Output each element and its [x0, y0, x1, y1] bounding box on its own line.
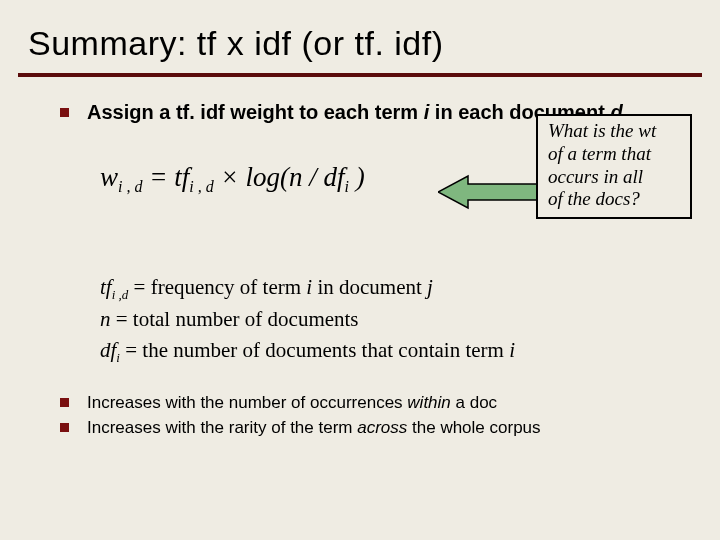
f-slash: /: [302, 162, 323, 192]
lower-bullets: Increases with the number of occurrences…: [60, 391, 682, 441]
callout-l4: of the docs?: [548, 188, 680, 211]
b2-pre: Increases with the rarity of the term: [87, 418, 357, 437]
def-df-i: i: [509, 338, 515, 362]
bullet-1-text: Increases with the number of occurrences…: [87, 391, 497, 415]
f-dfsub: i: [344, 178, 348, 195]
def-df: dfi = the number of documents that conta…: [100, 335, 682, 367]
f-w: w: [100, 162, 118, 192]
b2-post: the whole corpus: [407, 418, 540, 437]
bullet-2-text: Increases with the rarity of the term ac…: [87, 416, 541, 440]
f-wsub: i , d: [118, 178, 142, 195]
def-df-rest: = the number of documents that contain t…: [120, 338, 509, 362]
def-tf-sym: tf: [100, 275, 112, 299]
formula-area: wi , d = tfi , d × log(n / dfi ) What is…: [100, 144, 682, 264]
def-n-sym: n: [100, 307, 111, 331]
bullet-1: Increases with the number of occurrences…: [60, 391, 682, 415]
f-close: ): [349, 162, 365, 192]
f-tfsub: i , d: [189, 178, 213, 195]
b1-pre: Increases with the number of occurrences: [87, 393, 407, 412]
f-n: n: [289, 162, 303, 192]
lead-pre: Assign a tf. idf weight to each term: [87, 101, 424, 123]
b2-em: across: [357, 418, 407, 437]
f-times: × log(: [214, 162, 289, 192]
left-arrow-icon: [438, 174, 548, 210]
def-n: n = total number of documents: [100, 304, 682, 336]
def-tf-rest2: in document: [312, 275, 427, 299]
bullet-square-icon: [60, 423, 69, 432]
bullet-square-icon: [60, 398, 69, 407]
callout-l3: occurs in all: [548, 166, 680, 189]
def-tf-sub: i ,d: [112, 287, 129, 302]
f-df: df: [323, 162, 344, 192]
callout-l2: of a term that: [548, 143, 680, 166]
def-n-rest: = total number of documents: [111, 307, 359, 331]
bullet-2: Increases with the rarity of the term ac…: [60, 416, 682, 440]
tfidf-formula: wi , d = tfi , d × log(n / dfi ): [100, 162, 365, 193]
b1-em: within: [407, 393, 450, 412]
b1-post: a doc: [451, 393, 497, 412]
definitions: tfi ,d = frequency of term i in document…: [100, 272, 682, 367]
def-tf: tfi ,d = frequency of term i in document…: [100, 272, 682, 304]
callout-box: What is the wt of a term that occurs in …: [536, 114, 692, 219]
bullet-square-icon: [60, 108, 69, 117]
svg-marker-0: [438, 176, 546, 208]
f-eq: =: [142, 162, 174, 192]
def-df-sym: df: [100, 338, 116, 362]
slide-title: Summary: tf x idf (or tf. idf): [0, 0, 720, 69]
def-df-sub: i: [116, 350, 120, 365]
f-tf: tf: [174, 162, 189, 192]
callout-l1: What is the wt: [548, 120, 680, 143]
def-tf-j: j: [427, 275, 433, 299]
def-tf-rest: = frequency of term: [128, 275, 306, 299]
